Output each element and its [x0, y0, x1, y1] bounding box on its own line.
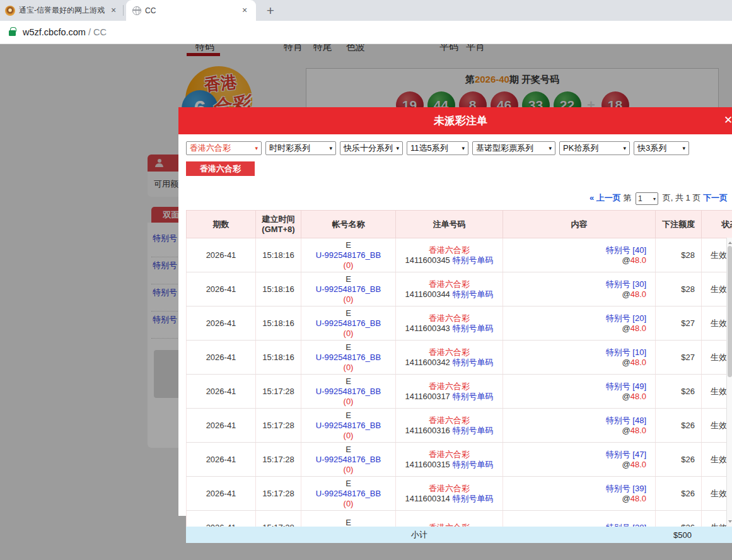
bet-pick: 特别号 [30]: [503, 279, 646, 289]
cell-bet-number: 香港六合彩 1411600344 特别号单码: [396, 272, 503, 306]
odds-value: 48.0: [630, 392, 646, 401]
odds-value: 48.0: [630, 460, 646, 469]
bets-table: 期数 建立时间(GMT+8) 帐号名称 注单号码 内容 下注额度 状态 2026…: [186, 210, 732, 527]
table-scrollbar[interactable]: [726, 238, 732, 527]
cell-issue: 2026-41: [187, 409, 256, 443]
chevron-down-icon: ▾: [653, 196, 656, 202]
account-link[interactable]: U-992548176_BB: [301, 387, 395, 397]
bet-pick: 特别号 [10]: [503, 347, 646, 358]
site-favicon-icon: [5, 6, 15, 16]
address-bar[interactable]: w5zf.cbcfo.com / CC: [0, 21, 732, 44]
bets-table-viewport: 期数 建立时间(GMT+8) 帐号名称 注单号码 内容 下注额度 状态 2026…: [186, 210, 732, 527]
account-line1: E: [301, 274, 395, 284]
bet-type-link[interactable]: 特别号单码: [452, 460, 493, 469]
cell-issue: 2026-41: [187, 341, 256, 375]
scrollbar-thumb[interactable]: [728, 246, 732, 377]
bet-type-link[interactable]: 特别号单码: [452, 255, 493, 265]
account-link[interactable]: U-992548176_BB: [301, 250, 395, 260]
subtotal-value: $500: [653, 530, 712, 540]
account-count: (0): [301, 431, 395, 441]
account-count: (0): [301, 363, 395, 373]
browser-tab-inactive[interactable]: 通宝-信誉最好的网上游戏平 ×: [0, 0, 124, 21]
close-icon[interactable]: ✕: [723, 115, 732, 126]
cell-bet-number: 香港六合彩 1411600314 特别号单码: [396, 477, 503, 511]
bet-lottery-name: 香港六合彩: [396, 416, 503, 426]
cell-content: 特别号 [47] @48.0: [503, 443, 656, 477]
cell-account: E U-992548176_BB (0): [301, 375, 396, 409]
bet-pick: 特别号 [40]: [503, 245, 646, 255]
close-icon[interactable]: ×: [108, 6, 119, 16]
lottery-series-select[interactable]: PK拾系列 ▾: [559, 141, 630, 155]
lottery-series-select[interactable]: 基诺型彩票系列 ▾: [472, 141, 555, 155]
lottery-series-select[interactable]: 香港六合彩 ▾: [186, 141, 262, 155]
bet-number: 1411600344: [405, 289, 450, 299]
new-tab-button[interactable]: +: [262, 3, 279, 19]
account-link[interactable]: U-992548176_BB: [301, 284, 395, 295]
page-select[interactable]: 1 ▾: [636, 192, 658, 205]
cell-content: 特别号 [49] @48.0: [503, 375, 656, 409]
bet-type-link[interactable]: 特别号单码: [452, 494, 493, 503]
cell-bet-number: 香港六合彩 1411600317 特别号单码: [396, 375, 503, 409]
bet-pick: 特别号 [20]: [503, 313, 646, 324]
table-row: 2026-41 15:17:28 E U-992548176_BB 香港六合彩: [187, 511, 732, 527]
cell-amount: $26: [656, 443, 702, 477]
account-link[interactable]: U-992548176_BB: [301, 489, 395, 499]
col-time: 建立时间(GMT+8): [256, 211, 301, 238]
lottery-series-select[interactable]: 时时彩系列 ▾: [265, 141, 336, 155]
active-lottery-button[interactable]: 香港六合彩: [186, 161, 255, 176]
scroll-down-icon[interactable]: [728, 520, 732, 525]
bet-type-link[interactable]: 特别号单码: [452, 289, 493, 299]
cell-bet-number: 香港六合彩 1411600342 特别号单码: [396, 341, 503, 375]
scroll-up-icon[interactable]: [728, 240, 732, 244]
bet-lottery-name: 香港六合彩: [396, 450, 503, 460]
bet-type-link[interactable]: 特别号单码: [452, 324, 493, 333]
close-icon[interactable]: ×: [240, 6, 250, 16]
select-value: 时时彩系列: [269, 143, 310, 154]
lottery-series-select[interactable]: 11选5系列 ▾: [407, 141, 468, 155]
lottery-series-select[interactable]: 快乐十分系列 ▾: [340, 141, 403, 155]
page-select-value: 1: [638, 194, 642, 203]
account-link[interactable]: U-992548176_BB: [301, 353, 395, 363]
lottery-series-select[interactable]: 快3系列 ▾: [634, 141, 689, 155]
bet-type-link[interactable]: 特别号单码: [452, 358, 493, 367]
bet-type-link[interactable]: 特别号单码: [452, 392, 493, 401]
pagination: « 上一页 第 1 ▾ 页, 共 1 页 下一页: [590, 192, 728, 205]
table-row: 2026-41 15:17:28 E U-992548176_BB (0) 香港…: [187, 409, 732, 443]
odds-value: 48.0: [630, 324, 646, 333]
bet-pick: 特别号 [39]: [503, 484, 646, 494]
col-content: 内容: [503, 211, 656, 238]
cell-issue: 2026-41: [187, 477, 256, 511]
select-value: 基诺型彩票系列: [476, 143, 533, 154]
cell-amount: $26: [656, 511, 702, 527]
cell-account: E U-992548176_BB (0): [301, 341, 396, 375]
account-link[interactable]: U-992548176_BB: [301, 318, 395, 329]
cell-issue: 2026-41: [187, 272, 256, 306]
cell-bet-number: 香港六合彩 1411600316 特别号单码: [396, 409, 503, 443]
prev-page-link[interactable]: « 上一页: [590, 193, 621, 202]
chevron-down-icon: ▾: [462, 145, 465, 151]
cell-time: 15:17:28: [256, 477, 301, 511]
account-count: (0): [301, 260, 395, 271]
select-value: 快3系列: [637, 143, 666, 154]
account-link[interactable]: U-992548176_BB: [301, 455, 395, 465]
next-page-link[interactable]: 下一页: [703, 193, 728, 202]
cell-account: E U-992548176_BB (0): [301, 272, 396, 306]
account-link[interactable]: U-992548176_BB: [301, 421, 395, 431]
cell-time: 15:17:28: [256, 511, 301, 527]
account-line1: E: [301, 411, 395, 421]
account-line1: E: [301, 445, 395, 455]
browser-tab-active[interactable]: CC ×: [126, 0, 256, 21]
cell-amount: $26: [656, 477, 702, 511]
table-row: 2026-41 15:18:16 E U-992548176_BB (0) 香港…: [187, 306, 732, 341]
table-header-row: 期数 建立时间(GMT+8) 帐号名称 注单号码 内容 下注额度 状态: [187, 211, 732, 238]
select-value: 11选5系列: [410, 143, 448, 154]
cell-account: E U-992548176_BB (0): [301, 443, 396, 477]
cell-amount: $26: [656, 409, 702, 443]
account-line1: E: [301, 479, 395, 489]
odds-value: 48.0: [630, 255, 646, 265]
bet-lottery-name: 香港六合彩: [396, 313, 503, 324]
bet-type-link[interactable]: 特别号单码: [452, 426, 493, 435]
modal-title: 未派彩注单: [178, 107, 732, 134]
odds-at: @: [622, 358, 630, 367]
select-value: PK拾系列: [563, 143, 598, 154]
